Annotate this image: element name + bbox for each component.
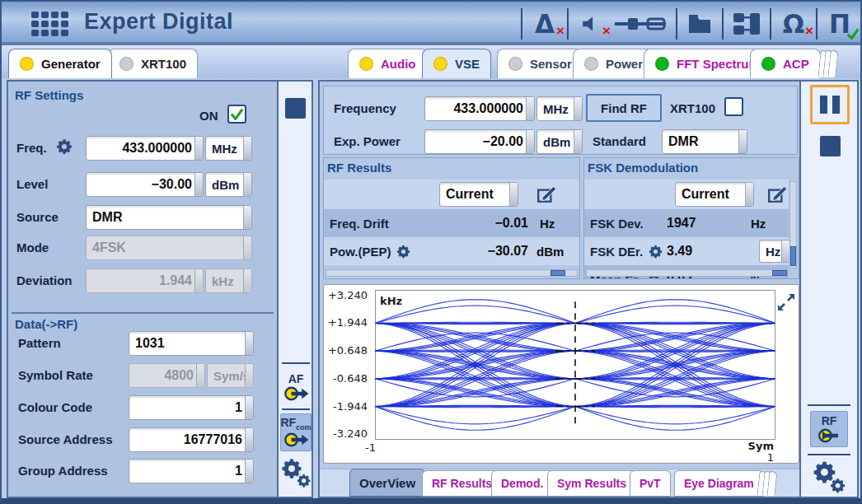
find-rf-label: Find RF (601, 101, 647, 115)
pause-button[interactable] (810, 85, 850, 124)
expand-chart-icon[interactable] (777, 293, 795, 311)
tabbar: Generator XRT100 Audio VSE Sensor Power … (2, 45, 860, 78)
menu-grid-icon[interactable] (31, 12, 71, 38)
scrollbar-thumb[interactable] (772, 270, 787, 276)
freq-settings-gear-icon[interactable] (56, 138, 73, 155)
eye-diagram-chart: +3.240+1.944+0.648-0.648-1.944-3.240 kHz… (323, 284, 799, 464)
group-address-value: 1 (135, 460, 242, 483)
freq-input[interactable]: 433.000000 (86, 136, 204, 161)
tab-overview[interactable]: OverView (349, 469, 425, 497)
separator (816, 8, 817, 40)
xrt100-checkbox[interactable] (724, 97, 743, 116)
divider (808, 454, 850, 455)
file-manager-icon[interactable] (686, 7, 714, 40)
source-select[interactable]: DMR (86, 205, 252, 230)
pow-pep-gear-icon[interactable] (396, 245, 410, 259)
frequency-input[interactable]: 433.000000 (424, 96, 535, 121)
rf-input-button[interactable]: RF (810, 411, 848, 447)
symbol-rate-label: Symbol Rate (18, 368, 93, 382)
section-title: Data(->RF) (15, 317, 77, 331)
tab-label: Power (606, 57, 643, 71)
standard-select[interactable]: DMR (662, 129, 747, 154)
find-rf-button[interactable]: Find RF (586, 94, 662, 122)
fsk-view-select[interactable]: Current (675, 182, 754, 207)
rf-on-checkbox[interactable] (227, 105, 246, 124)
source-address-input[interactable]: 16777016 (129, 427, 254, 452)
exp-power-unit-select[interactable]: dBm (536, 129, 583, 154)
tab-sensor[interactable]: Sensor (497, 49, 583, 78)
standard-value: DMR (668, 130, 736, 153)
colour-code-input[interactable]: 1 (129, 395, 254, 420)
fsk-der-gear-icon[interactable] (649, 245, 663, 259)
section-title: RF Results (327, 161, 391, 175)
colour-code-label: Colour Code (18, 400, 92, 414)
delta-tolerance-icon[interactable]: Δ × (531, 7, 559, 40)
deviation-unit: kHz (205, 268, 252, 293)
coupling-blocks-icon[interactable] (732, 7, 761, 40)
rf-com-button[interactable]: RFcom (280, 413, 312, 451)
rf-results-edit-icon[interactable] (536, 183, 558, 204)
rf-arrow-icon (816, 427, 842, 444)
symbol-rate-input: 4800 (129, 363, 205, 388)
tab-label: ACP (783, 57, 809, 71)
hidden-tabs-stack[interactable] (761, 471, 776, 496)
pattern-select[interactable]: 1031 (129, 331, 254, 356)
tab-pvt[interactable]: PvT (630, 470, 671, 497)
exp-power-input[interactable]: −20.00 (424, 129, 535, 154)
level-unit-select[interactable]: dBm (205, 172, 252, 197)
mode-value: 4FSK (92, 236, 241, 259)
freq-unit-select[interactable]: MHz (205, 136, 252, 161)
scrollbar-thumb[interactable] (550, 270, 565, 276)
source-label: Source (16, 210, 59, 224)
impedance-icon[interactable]: Ω × (780, 7, 808, 40)
rf-results-view-select[interactable]: Current (439, 182, 518, 207)
tab-label: Generator (41, 57, 101, 71)
section-title: FSK Demodulation (588, 161, 698, 175)
tab-generator[interactable]: Generator (8, 49, 112, 78)
x-axis-label: Sym (703, 440, 774, 452)
attenuator-icon[interactable] (613, 7, 668, 40)
deviation-unit-label: kHz (212, 269, 241, 292)
separator (676, 8, 677, 40)
vse-stop-button[interactable] (820, 136, 841, 156)
vertical-scrollbar[interactable] (789, 181, 797, 268)
status-dot (433, 57, 447, 71)
tab-sym-results[interactable]: Sym Results (547, 470, 636, 497)
blocks-glyph (732, 12, 761, 36)
horizontal-scrollbar[interactable] (326, 269, 578, 277)
tab-demod[interactable]: Demod. (491, 470, 553, 497)
level-input[interactable]: −30.00 (86, 172, 204, 197)
freq-drift-unit: Hz (528, 217, 579, 231)
vse-settings-gears-button[interactable] (813, 460, 846, 493)
level-value: −30.00 (92, 173, 192, 196)
result-row: Freq. Drift −0.01 Hz (324, 209, 579, 237)
horizontal-scrollbar[interactable] (586, 269, 788, 277)
tab-xrt100[interactable]: XRT100 (108, 49, 198, 78)
generator-settings-gears-button[interactable] (281, 458, 311, 488)
pow-pep-value: −30.07 (424, 244, 528, 259)
scrollbar-thumb[interactable] (790, 246, 796, 266)
fsk-edit-icon[interactable] (767, 183, 789, 204)
generator-stop-button[interactable] (285, 98, 306, 119)
status-dot (20, 57, 34, 71)
tab-power[interactable]: Power (573, 49, 654, 78)
folder-glyph (687, 13, 712, 35)
tab-eye-diagram[interactable]: Eye Diagram (674, 470, 764, 497)
pattern-label: Pattern (18, 336, 61, 350)
exp-power-unit: dBm (543, 130, 571, 153)
tab-audio[interactable]: Audio (348, 49, 428, 78)
fsk-der-unit-select[interactable]: Hz (759, 240, 790, 263)
view-select-value: Current (446, 183, 507, 206)
status-dot (508, 57, 522, 71)
pi-network-icon[interactable]: Π (826, 7, 854, 40)
hidden-tabs-stack[interactable] (822, 50, 837, 77)
speaker-mute-icon[interactable]: × (577, 7, 605, 40)
result-row: FSK DEr. 3.49 (584, 237, 789, 265)
tab-rf-results[interactable]: RF Results (422, 470, 502, 497)
frequency-unit-select[interactable]: MHz (536, 96, 583, 121)
status-dot (119, 57, 134, 71)
tab-acp[interactable]: ACP (750, 49, 821, 78)
group-address-input[interactable]: 1 (129, 459, 254, 483)
tab-vse[interactable]: VSE (422, 49, 491, 78)
af-output-button[interactable]: AF (280, 369, 312, 405)
